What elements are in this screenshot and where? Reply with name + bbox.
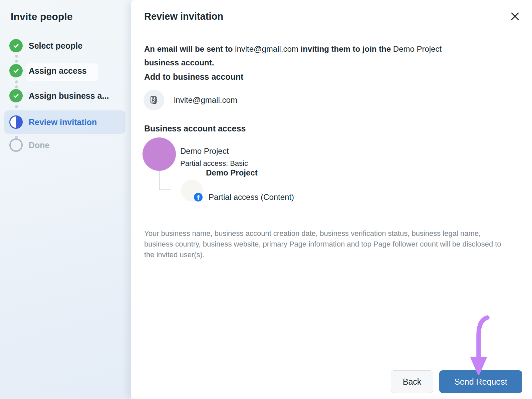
add-to-business-account-heading: Add to business account (144, 72, 243, 82)
intro-text: An email will be sent to invite@gmail.co… (144, 42, 456, 69)
business-account-name: Demo Project (180, 146, 229, 156)
step-assign-business-assets[interactable]: Assign business a... (4, 86, 125, 105)
step-label: Review invitation (29, 117, 97, 127)
check-circle-icon (9, 64, 23, 77)
empty-circle-icon (9, 138, 23, 152)
check-circle-icon (9, 89, 23, 102)
disclosure-text: Your business name, business account cre… (144, 228, 504, 260)
wizard-sidebar: Invite people Select people Assign acces… (0, 0, 131, 399)
step-label: Assign business a... (29, 91, 109, 101)
intro-segment: business account. (144, 58, 214, 67)
business-name: Demo Project (393, 44, 442, 53)
step-review-invitation[interactable]: Review invitation (4, 110, 125, 134)
page-title: Review invitation (144, 11, 223, 22)
step-connector-dot (15, 80, 18, 83)
step-assign-access[interactable]: Assign access (4, 61, 125, 80)
step-label: Select people (29, 41, 82, 51)
close-button[interactable] (508, 9, 522, 23)
step-connector-dot (15, 55, 18, 58)
contact-card-icon (148, 94, 160, 106)
step-done: Done (4, 136, 125, 154)
intro-segment: inviting them to join the (298, 44, 393, 53)
half-filled-circle-icon (9, 115, 23, 129)
check-circle-icon (9, 39, 23, 52)
annotation-arrow-icon (464, 311, 501, 378)
intro-segment: An email will be sent to (144, 44, 235, 53)
invitee-email-row: invite@gmail.com (174, 95, 237, 105)
business-access-level: Partial access: Basic (180, 159, 248, 168)
send-request-button[interactable]: Send Request (439, 370, 522, 393)
tree-connector-horizontal (159, 189, 171, 190)
review-invitation-panel: Review invitation An email will be sent … (131, 0, 532, 399)
tree-connector-vertical (159, 171, 160, 190)
business-account-access-heading: Business account access (144, 124, 246, 133)
invitee-avatar (144, 90, 164, 110)
asset-group-name: Demo Project (206, 168, 258, 177)
business-avatar (143, 137, 176, 171)
step-label: Assign access (29, 66, 87, 76)
step-label: Done (29, 140, 50, 150)
invite-people-dialog: Invite people Select people Assign acces… (0, 0, 532, 399)
facebook-icon (194, 193, 203, 202)
step-select-people[interactable]: Select people (4, 36, 125, 55)
asset-access-level: Partial access (Content) (209, 192, 294, 202)
back-button[interactable]: Back (391, 370, 433, 393)
step-connector-dot (15, 105, 18, 108)
dialog-title: Invite people (11, 11, 73, 22)
close-icon (510, 12, 520, 21)
invitee-email: invite@gmail.com (235, 44, 298, 53)
